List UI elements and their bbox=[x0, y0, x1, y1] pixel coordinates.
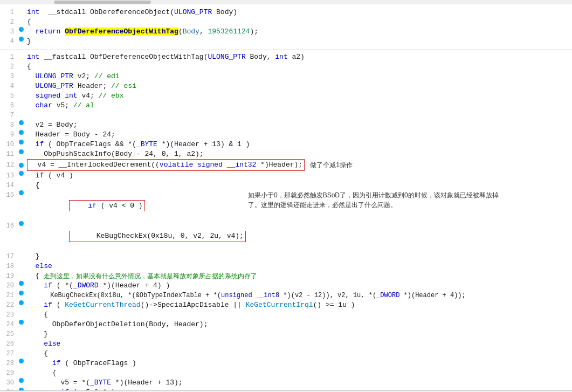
line-number: 25 bbox=[0, 329, 17, 339]
code-content: { bbox=[25, 181, 572, 190]
line-number: 18 bbox=[0, 262, 17, 271]
line-number: 3 bbox=[0, 27, 17, 37]
bottom-section: 1 int __fastcall ObfDereferenceObjectWit… bbox=[0, 50, 572, 392]
bp-dot bbox=[17, 378, 25, 383]
bp-dot bbox=[17, 190, 25, 195]
bp-dot bbox=[17, 359, 25, 363]
line-number: 26 bbox=[0, 339, 17, 349]
annotation-line12: 做了个减1操作 bbox=[310, 161, 353, 169]
code-line: 24 ObpDeferObjectDeletion(Body, Header); bbox=[0, 320, 572, 329]
code-content: if ( ObpTraceFlags && *(_BYTE *)(Header … bbox=[25, 140, 572, 149]
line-number: 1 bbox=[0, 52, 17, 62]
bp-dot bbox=[17, 140, 25, 145]
bp-dot bbox=[17, 163, 25, 168]
code-line: 6 char v5; // al bbox=[0, 101, 572, 111]
code-line: 30 v5 = *(_BYTE *)(Header + 13); bbox=[0, 378, 572, 388]
code-line: 3 return ObfDereferenceObjectWithTag(Bod… bbox=[0, 27, 572, 37]
code-content: if ( ObpTraceFlags ) bbox=[25, 359, 572, 368]
code-line: 17 } bbox=[0, 252, 572, 262]
line-number: 22 bbox=[0, 300, 17, 310]
code-line: 25 } bbox=[0, 329, 572, 339]
code-content: { 走到这里，如果没有什么意外情况，基本就是释放对象所占据的系统内存了 bbox=[25, 271, 572, 281]
code-line: 26 else bbox=[0, 339, 572, 349]
code-line: 1 int __fastcall ObfDereferenceObjectWit… bbox=[0, 52, 572, 62]
code-content: ULONG_PTR Header; // esi bbox=[25, 81, 572, 91]
code-line: 29 { bbox=[0, 368, 572, 378]
top-section: 1 int __stdcall ObDereferenceObject(ULON… bbox=[0, 4, 572, 50]
code-content: { bbox=[25, 368, 572, 378]
annotation-line19: 走到这里，如果没有什么意外情况，基本就是释放对象所占据的系统内存了 bbox=[44, 271, 257, 281]
line-number: 9 bbox=[0, 130, 17, 140]
annotation-line16: 了。这里的逻辑还能走进来，必然是出了什么问题。 bbox=[248, 201, 397, 209]
bp-dot bbox=[17, 120, 25, 125]
code-line: 23 { bbox=[0, 310, 572, 320]
lines-15-16-container: 如果小于0，那就必然触发BSoD了，因为引用计数减到0的时候，该对象就已经被释放… bbox=[0, 190, 572, 252]
code-line: 2 { bbox=[0, 17, 572, 27]
code-content: { bbox=[25, 310, 572, 320]
bp-dot bbox=[17, 300, 25, 305]
line-number: 21 bbox=[0, 291, 17, 300]
code-content: KeBugCheckEx(0x18u, *(&ObTypeIndexTable … bbox=[25, 291, 572, 300]
line-number: 15 bbox=[0, 190, 17, 200]
bp-dot bbox=[17, 171, 25, 176]
line-number: 19 bbox=[0, 271, 17, 281]
bp-dot bbox=[17, 27, 25, 32]
line-number: 16 bbox=[0, 221, 17, 231]
code-content: v2 = Body; bbox=[25, 120, 572, 130]
code-content: int __stdcall ObDereferenceObject(ULONG_… bbox=[25, 8, 572, 17]
code-line: 1 int __stdcall ObDereferenceObject(ULON… bbox=[0, 8, 572, 17]
line-number: 5 bbox=[0, 91, 17, 101]
code-line: 16 KeBugCheckEx(0x18u, 0, v2, 2u, v4); bbox=[0, 221, 572, 252]
code-line: 18 else bbox=[0, 262, 572, 271]
code-container: 1 int __stdcall ObDereferenceObject(ULON… bbox=[0, 0, 572, 392]
line-number: 12 bbox=[0, 160, 17, 170]
code-line: 9 Header = Body - 24; bbox=[0, 130, 572, 140]
bp-dot bbox=[17, 149, 25, 154]
line-number: 27 bbox=[0, 349, 17, 359]
line-number: 7 bbox=[0, 111, 17, 120]
line-number: 29 bbox=[0, 368, 17, 378]
code-line: 5 signed int v4; // ebx bbox=[0, 91, 572, 101]
code-line: 19 { 走到这里，如果没有什么意外情况，基本就是释放对象所占据的系统内存了 bbox=[0, 271, 572, 281]
code-line: 13 if ( v4 ) bbox=[0, 171, 572, 181]
code-content: else bbox=[25, 339, 572, 349]
code-line: 11 ObpPushStackInfo(Body - 24, 0, 1, a2)… bbox=[0, 149, 572, 159]
code-line: 7 bbox=[0, 111, 572, 120]
code-line: 27 { bbox=[0, 349, 572, 359]
code-content: if ( *(_DWORD *)(Header + 4) ) bbox=[25, 281, 572, 291]
line-number: 8 bbox=[0, 120, 17, 130]
code-line: 3 ULONG_PTR v2; // edi bbox=[0, 72, 572, 81]
line-number: 14 bbox=[0, 181, 17, 190]
code-line: 20 if ( *(_DWORD *)(Header + 4) ) bbox=[0, 281, 572, 291]
code-line: 4 ULONG_PTR Header; // esi bbox=[0, 81, 572, 91]
line-number: 10 bbox=[0, 140, 17, 149]
bp-dot bbox=[17, 130, 25, 135]
line-number: 3 bbox=[0, 72, 17, 81]
code-line: 28 if ( ObpTraceFlags ) bbox=[0, 359, 572, 368]
code-content: Header = Body - 24; bbox=[25, 130, 572, 140]
bp-dot bbox=[17, 291, 25, 295]
line-number: 24 bbox=[0, 320, 17, 329]
code-content: ObpDeferObjectDeletion(Body, Header); bbox=[25, 320, 572, 329]
code-content: v4 = __InterlockedDecrement((volatile si… bbox=[25, 159, 572, 171]
line-number: 17 bbox=[0, 252, 17, 262]
code-line: 21 KeBugCheckEx(0x18u, *(&ObTypeIndexTab… bbox=[0, 291, 572, 300]
line-number: 2 bbox=[0, 62, 17, 72]
code-content: { bbox=[25, 17, 572, 27]
code-line: 12 v4 = __InterlockedDecrement((volatile… bbox=[0, 159, 572, 171]
code-content: return ObfDereferenceObjectWithTag(Body,… bbox=[25, 27, 572, 37]
code-content: } bbox=[25, 37, 572, 46]
annotation-line15: 如果小于0，那就必然触发BSoD了，因为引用计数减到0的时候，该对象就已经被释放… bbox=[248, 191, 499, 199]
code-line: 14 { bbox=[0, 181, 572, 190]
code-line: 8 v2 = Body; bbox=[0, 120, 572, 130]
code-content: KeBugCheckEx(0x18u, 0, v2, 2u, v4); bbox=[25, 221, 572, 252]
code-content: else bbox=[25, 262, 572, 271]
line-number: 30 bbox=[0, 378, 17, 388]
code-content: if ( KeGetCurrentThread()->SpecialApcDis… bbox=[25, 300, 572, 310]
line-number: 28 bbox=[0, 359, 17, 368]
code-content: if ( v4 ) bbox=[25, 171, 572, 181]
code-line: 2 { bbox=[0, 62, 572, 72]
bp-dot bbox=[17, 281, 25, 286]
code-content: signed int v4; // ebx bbox=[25, 91, 572, 101]
code-content: int __fastcall ObfDereferenceObjectWithT… bbox=[25, 52, 572, 62]
